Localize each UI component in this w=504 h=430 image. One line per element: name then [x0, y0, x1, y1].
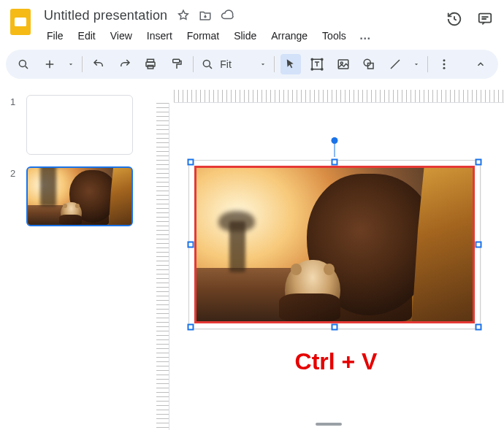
- toolbar-divider: [274, 56, 275, 72]
- text-box-button[interactable]: [307, 54, 327, 74]
- resize-handle-top-mid[interactable]: [332, 159, 338, 166]
- resize-handle-bottom-mid[interactable]: [332, 324, 338, 331]
- resize-handle-bottom-right[interactable]: [476, 324, 482, 331]
- more-vert-icon[interactable]: [434, 54, 454, 74]
- thumb-number: 1: [10, 95, 19, 155]
- svg-point-3: [19, 60, 26, 66]
- redo-button[interactable]: [115, 54, 135, 74]
- zoom-label: Fit: [220, 58, 232, 70]
- resize-handle-mid-left[interactable]: [188, 242, 194, 248]
- slide-thumbnail-1[interactable]: [26, 95, 133, 155]
- resize-handle-bottom-left[interactable]: [188, 324, 194, 331]
- slide-canvas[interactable]: [188, 160, 481, 329]
- slide-thumbnail-2[interactable]: [26, 166, 133, 226]
- thumbnail-panel: 1 2: [0, 86, 153, 430]
- move-to-folder-icon[interactable]: [198, 8, 213, 23]
- menu-file[interactable]: File: [41, 27, 69, 45]
- rotate-handle[interactable]: [332, 137, 338, 157]
- cloud-done-icon[interactable]: [220, 8, 234, 23]
- slide-image-content: [196, 168, 473, 321]
- resize-handle-top-right[interactable]: [476, 159, 482, 166]
- resize-handle-mid-right[interactable]: [476, 242, 482, 248]
- menu-tools[interactable]: Tools: [316, 27, 352, 45]
- chevron-down-icon: [259, 61, 267, 68]
- star-outline-icon[interactable]: [176, 8, 191, 23]
- svg-point-15: [340, 62, 343, 64]
- zoom-control[interactable]: Fit: [199, 58, 268, 71]
- svg-point-19: [443, 64, 446, 66]
- svg-point-20: [443, 67, 446, 69]
- collapse-toolbar-button[interactable]: [470, 54, 491, 74]
- selected-image[interactable]: [194, 166, 475, 323]
- svg-point-10: [311, 58, 313, 60]
- toolbar-divider: [82, 56, 83, 72]
- menu-view[interactable]: View: [104, 27, 138, 45]
- svg-rect-2: [479, 14, 492, 23]
- resize-handle-top-left[interactable]: [188, 159, 194, 166]
- select-tool-button[interactable]: [280, 54, 301, 74]
- shortcut-annotation: Ctrl + V: [183, 348, 489, 375]
- svg-point-18: [443, 59, 446, 61]
- history-icon[interactable]: [446, 10, 463, 28]
- thumb-number: 2: [10, 166, 19, 226]
- search-icon[interactable]: [13, 54, 34, 74]
- toolbar-divider: [193, 56, 194, 72]
- undo-button[interactable]: [88, 54, 109, 74]
- menu-slide[interactable]: Slide: [228, 27, 262, 45]
- svg-point-13: [321, 69, 322, 70]
- horizontal-ruler: [153, 90, 504, 103]
- shape-button[interactable]: [359, 54, 380, 74]
- canvas-area[interactable]: Ctrl + V: [153, 86, 504, 430]
- toolbar-divider: [427, 56, 428, 72]
- line-dropdown-icon[interactable]: [411, 54, 421, 74]
- menu-insert[interactable]: Insert: [141, 27, 178, 45]
- menu-bar: File Edit View Insert Format Slide Arran…: [41, 26, 440, 45]
- toolbar: Fit: [6, 50, 498, 79]
- svg-point-8: [204, 60, 210, 66]
- menu-arrange[interactable]: Arrange: [265, 27, 313, 45]
- comments-icon[interactable]: [476, 10, 494, 28]
- paint-format-button[interactable]: [167, 54, 187, 74]
- slides-logo[interactable]: [6, 7, 35, 37]
- print-button[interactable]: [141, 54, 161, 74]
- menu-format[interactable]: Format: [181, 27, 225, 45]
- new-slide-dropdown-icon[interactable]: [66, 54, 76, 74]
- speaker-notes-handle[interactable]: [316, 423, 342, 426]
- new-slide-button[interactable]: [39, 54, 60, 74]
- line-button[interactable]: [385, 54, 405, 74]
- svg-point-12: [311, 69, 313, 70]
- insert-image-button[interactable]: [333, 54, 354, 74]
- zoom-icon: [201, 58, 214, 71]
- vertical-ruler: [156, 103, 169, 430]
- svg-point-11: [321, 58, 322, 60]
- document-title[interactable]: Untitled presentation: [41, 8, 170, 23]
- menu-overflow[interactable]: …: [355, 26, 375, 45]
- svg-rect-1: [15, 18, 26, 26]
- menu-edit[interactable]: Edit: [72, 27, 102, 45]
- svg-rect-7: [173, 59, 180, 63]
